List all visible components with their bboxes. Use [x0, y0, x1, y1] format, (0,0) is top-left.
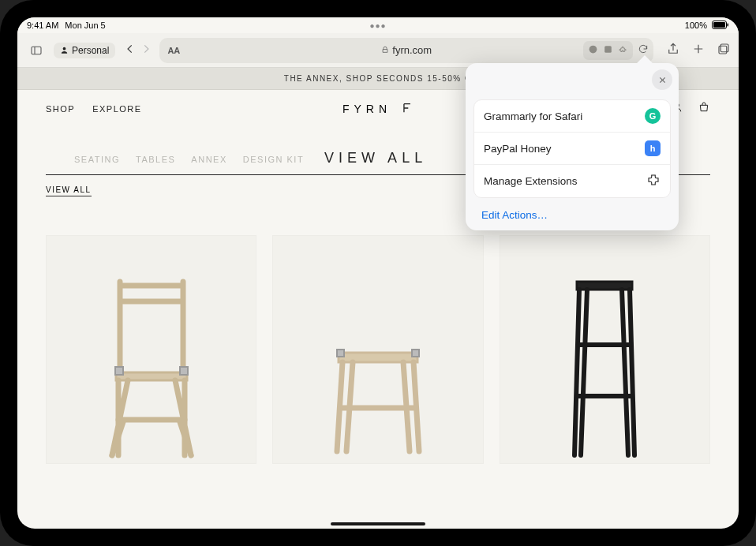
svg-rect-11: [719, 46, 727, 54]
extension-label: PayPal Honey: [484, 143, 552, 155]
share-button[interactable]: [666, 42, 680, 59]
manage-extensions-item[interactable]: Manage Extensions: [474, 165, 670, 197]
product-card-stool[interactable]: [272, 235, 483, 464]
puzzle-icon: [646, 173, 661, 189]
url-label: fyrn.com: [392, 44, 432, 56]
profile-label: Personal: [72, 45, 109, 56]
view-all-link[interactable]: VIEW ALL: [46, 185, 92, 196]
battery-icon: [712, 21, 729, 31]
svg-rect-2: [728, 23, 729, 26]
extension-label: Grammarly for Safari: [484, 110, 582, 122]
tabs-button[interactable]: [717, 42, 731, 59]
svg-rect-16: [412, 350, 419, 357]
extension-item-honey[interactable]: PayPal Honey h: [474, 133, 670, 165]
multitask-dots-icon[interactable]: ●●●: [369, 21, 386, 30]
svg-rect-15: [337, 350, 344, 357]
cat-annex[interactable]: ANNEX: [191, 155, 226, 164]
back-button[interactable]: [125, 43, 136, 58]
aa-button[interactable]: AA: [167, 46, 180, 55]
svg-rect-10: [720, 44, 728, 52]
svg-rect-7: [604, 46, 612, 53]
product-card-chair[interactable]: [46, 235, 256, 464]
svg-rect-13: [115, 367, 123, 375]
svg-rect-14: [180, 367, 188, 375]
status-time: 9:41 AM: [27, 21, 58, 30]
manage-extensions-label: Manage Extensions: [484, 175, 578, 187]
extensions-pill[interactable]: [583, 41, 633, 60]
status-bar: 9:41 AM Mon Jun 5 ●●● 100%: [17, 17, 739, 33]
battery-percent: 100%: [685, 21, 707, 30]
status-date: Mon Jun 5: [65, 21, 105, 30]
ipad-frame: 9:41 AM Mon Jun 5 ●●● 100%: [0, 0, 756, 546]
cat-tables[interactable]: TABLES: [136, 155, 175, 164]
extension-item-grammarly[interactable]: Grammarly for Safari G: [474, 100, 670, 133]
cat-seating[interactable]: SEATING: [74, 155, 120, 164]
site-logo[interactable]: FYRN: [342, 102, 414, 117]
honey-icon: h: [645, 140, 661, 156]
product-card-barstool[interactable]: [500, 235, 710, 464]
puzzle-pill-icon: [618, 43, 628, 58]
edit-actions-link[interactable]: Edit Actions…: [466, 203, 679, 224]
cat-designkit[interactable]: DESIGN KIT: [243, 155, 304, 164]
refresh-button[interactable]: [634, 43, 649, 58]
sidebar-toggle-button[interactable]: [25, 39, 47, 62]
popover-close-button[interactable]: [652, 69, 672, 90]
nav-explore[interactable]: EXPLORE: [92, 104, 141, 114]
promo-text: THE ANNEX, SHOP SECONDS 15-50% O: [284, 74, 472, 83]
home-indicator[interactable]: [331, 522, 425, 525]
address-bar[interactable]: AA fyrn.com: [159, 38, 653, 63]
svg-rect-1: [713, 22, 725, 28]
logo-word: FYRN: [342, 103, 391, 115]
lock-icon: [381, 44, 389, 56]
screen: 9:41 AM Mon Jun 5 ●●● 100%: [17, 17, 739, 529]
cart-icon[interactable]: [698, 101, 710, 117]
popover-list: Grammarly for Safari G PayPal Honey h Ma…: [473, 99, 671, 198]
svg-point-6: [589, 45, 597, 53]
product-grid: [17, 196, 739, 464]
nav-shop[interactable]: SHOP: [46, 104, 75, 114]
forward-button: [140, 43, 152, 58]
grammarly-icon: G: [645, 108, 661, 124]
svg-rect-3: [32, 47, 41, 54]
svg-point-5: [63, 47, 66, 50]
extensions-popover: Grammarly for Safari G PayPal Honey h Ma…: [466, 63, 679, 230]
profile-chip[interactable]: Personal: [54, 43, 115, 58]
honey-pill-icon: [603, 43, 613, 58]
new-tab-button[interactable]: [691, 42, 705, 59]
logo-mark: [401, 102, 414, 117]
grammarly-pill-icon: [588, 43, 598, 58]
view-all-heading: VIEW ALL: [324, 150, 427, 166]
